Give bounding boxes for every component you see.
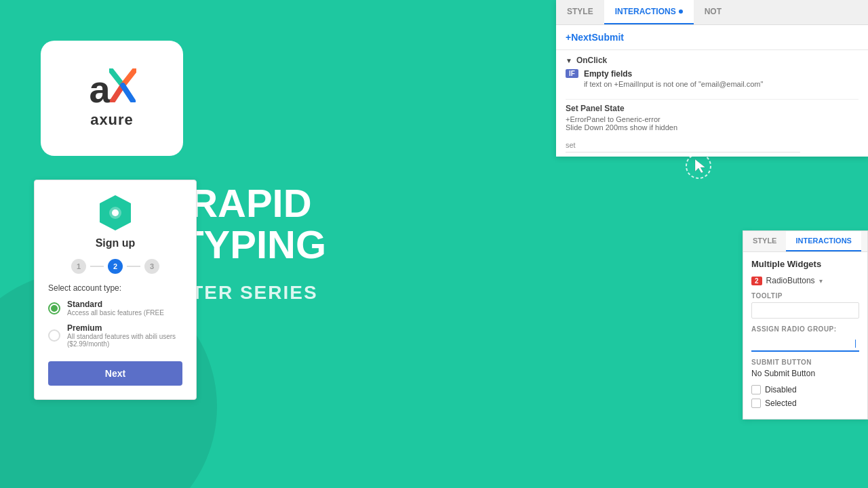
properties-tabs: STYLE INTERACTIONS [743,231,867,252]
submit-btn-value: No Submit Button [751,369,859,378]
assign-group-input[interactable] [751,336,859,352]
assign-group-container: | [751,336,859,359]
tab-style-top[interactable]: STYLE [556,0,604,24]
empty-fields-title: Empty fields [584,69,763,79]
properties-body: Multiple Widgets 2 RadioButtons ▾ TOOLTI… [743,252,867,419]
standard-account-info: Standard Access all basic features (FREE [67,300,164,317]
step-1: 1 [71,259,86,274]
logo-ax-letters: a [89,68,134,108]
logo-a: a [89,68,108,110]
assign-group-label: ASSIGN RADIO GROUP: [751,325,859,333]
multiple-widgets-title: Multiple Widgets [751,259,859,269]
premium-account-info: Premium All standard features with abili… [67,323,182,348]
interactions-content: +NextSubmit ▼ OnClick IF Empty fields if… [556,25,868,157]
selected-checkbox-row[interactable]: Selected [751,399,859,408]
disabled-checkbox-row[interactable]: Disabled [751,385,859,394]
signup-hex-logo [98,194,132,232]
submit-btn-label: SUBMIT BUTTON [751,359,859,366]
tooltip-input[interactable] [751,302,859,319]
standard-account-desc: Access all basic features (FREE [67,309,164,317]
logo-card: a axure [41,41,183,156]
step-2: 2 [108,259,123,274]
standard-account-name: Standard [67,300,164,309]
standard-radio[interactable] [48,302,60,314]
cursor-icon [685,152,712,180]
top-right-panel: STYLE INTERACTIONS NOT +NextSubmit ▼ OnC… [556,0,868,157]
if-condition-row: IF Empty fields if text on +EmailInput i… [566,69,859,94]
tab-style-props[interactable]: STYLE [743,231,786,251]
premium-account-desc: All standard features with abili users (… [67,333,182,348]
radio-buttons-row: 2 RadioButtons ▾ [751,276,859,285]
next-button[interactable]: Next [48,361,182,386]
onclick-section: ▼ OnClick IF Empty fields if text on +Em… [556,50,868,137]
tooltip-label: TOOLTIP [751,292,859,300]
signup-panel: Sign up 1 2 3 Select account type: Stand… [34,180,197,400]
tab-notes-top[interactable]: NOT [694,0,732,24]
select-type-label: Select account type: [48,283,182,293]
standard-account-option[interactable]: Standard Access all basic features (FREE [48,300,182,317]
selected-label: Selected [765,399,797,408]
disabled-label: Disabled [765,385,797,394]
rb-dropdown-arrow-icon: ▾ [819,277,823,285]
interactions-dot-icon [679,9,683,14]
signup-logo-container [48,194,182,232]
radio-inner-selected [51,305,58,312]
divider [566,99,859,100]
empty-fields-desc: if text on +EmailInput is not one of "em… [584,80,763,88]
step-line-1 [90,266,104,267]
svg-line-3 [123,85,133,101]
svg-point-7 [112,209,119,216]
if-badge: IF [566,69,578,78]
signup-title: Sign up [48,237,182,249]
onclick-label: ▼ OnClick [566,56,859,65]
chevron-icon: ▼ [566,57,572,64]
logo-brand-name: axure [90,111,134,129]
premium-account-option[interactable]: Premium All standard features with abili… [48,323,182,348]
set-panel-state-title: Set Panel State [566,104,859,113]
premium-account-name: Premium [67,323,182,333]
step-3: 3 [144,259,159,274]
tab-interactions-top[interactable]: INTERACTIONS [604,0,694,24]
disabled-checkbox[interactable] [751,385,761,394]
rb-badge: 2 [751,277,762,285]
top-right-tabs: STYLE INTERACTIONS NOT [556,0,868,25]
rb-label: RadioButtons [766,276,815,285]
interactions-header: +NextSubmit [556,25,868,50]
set-label: set [556,137,868,157]
logo-x-svg [109,68,136,102]
slide-desc: Slide Down 200ms show if hidden [566,123,859,131]
premium-radio[interactable] [48,329,60,342]
svg-line-0 [111,70,123,85]
step-indicators: 1 2 3 [48,259,182,274]
selected-checkbox[interactable] [751,399,761,408]
cursor-overlay [685,152,712,182]
svg-line-1 [123,70,135,85]
error-panel-desc: +ErrorPanel to Generic-error [566,115,859,123]
step-line-2 [127,266,140,267]
tab-interactions-props[interactable]: INTERACTIONS [786,231,861,251]
cursor-text-icon: | [854,338,856,348]
properties-panel: STYLE INTERACTIONS Multiple Widgets 2 Ra… [743,230,868,420]
